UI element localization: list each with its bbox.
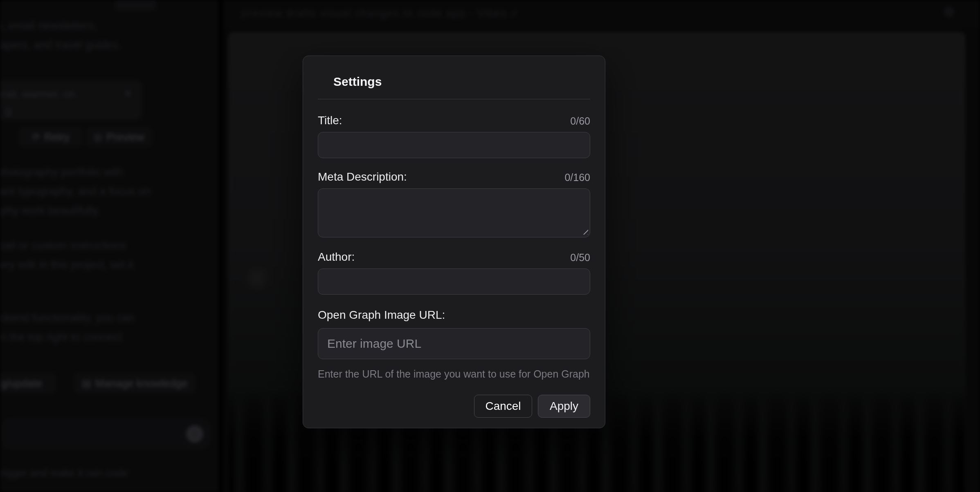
meta-description-label: Meta Description:	[318, 170, 407, 183]
author-input[interactable]	[318, 268, 590, 295]
author-field-label: Author:	[318, 250, 355, 264]
title-char-counter: 0/60	[570, 115, 590, 127]
dialog-title: Settings	[333, 74, 590, 89]
divider	[318, 99, 590, 99]
title-input[interactable]	[318, 132, 590, 158]
apply-button[interactable]: Apply	[538, 395, 590, 418]
og-image-url-label: Open Graph Image URL:	[318, 309, 445, 322]
title-field-label: Title:	[318, 114, 342, 127]
cancel-button[interactable]: Cancel	[474, 395, 532, 418]
author-char-counter: 0/50	[570, 252, 590, 264]
og-image-url-input[interactable]	[318, 328, 590, 359]
meta-description-char-counter: 0/160	[564, 172, 590, 183]
og-helper-text: Enter the URL of the image you want to u…	[318, 368, 590, 380]
meta-description-textarea[interactable]	[318, 188, 590, 237]
settings-dialog: Settings Title: 0/60 Meta Description: 0…	[303, 56, 605, 428]
